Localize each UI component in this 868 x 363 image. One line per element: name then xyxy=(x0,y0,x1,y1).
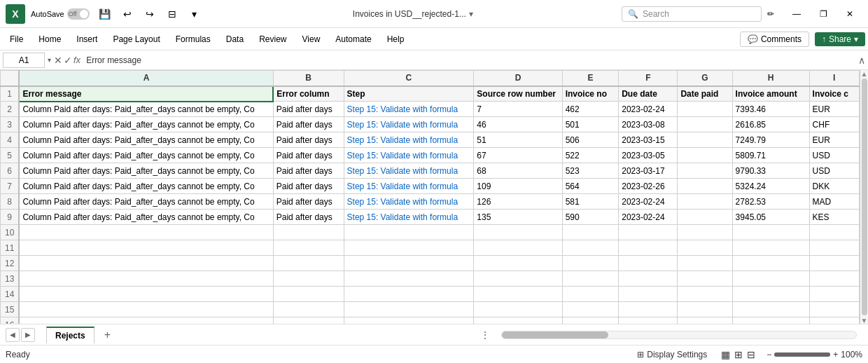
cell-i11[interactable] xyxy=(809,240,859,256)
cell-g8[interactable] xyxy=(678,194,732,210)
cell-e5[interactable]: 522 xyxy=(562,148,619,163)
cell-i7[interactable]: DKK xyxy=(809,179,859,194)
display-settings[interactable]: ⊞ Display Settings xyxy=(637,350,707,359)
cell-e16[interactable] xyxy=(562,317,619,324)
cell-a6[interactable]: Column Paid after days: Paid_after_days … xyxy=(19,163,273,179)
undo-icon[interactable]: ↩ xyxy=(118,4,137,24)
cell-b15[interactable] xyxy=(273,302,344,317)
cell-a13[interactable] xyxy=(19,271,273,287)
cell-h14[interactable] xyxy=(732,287,809,302)
cell-g15[interactable] xyxy=(678,302,732,317)
customize-icon[interactable]: ▾ xyxy=(185,4,204,24)
cell-c16[interactable] xyxy=(344,317,474,324)
autosave-toggle[interactable]: Off xyxy=(67,8,90,20)
cell-h3[interactable]: 2616.85 xyxy=(732,117,809,132)
cell-g1[interactable]: Date paid xyxy=(678,86,732,102)
cell-f7[interactable]: 2023-02-26 xyxy=(619,179,678,194)
scroll-down-button[interactable]: ▼ xyxy=(861,317,868,324)
cell-d8[interactable]: 126 xyxy=(474,194,562,210)
cell-a16[interactable] xyxy=(19,317,273,324)
cell-b9[interactable]: Paid after days xyxy=(273,210,344,225)
cell-b10[interactable] xyxy=(273,225,344,240)
cell-g12[interactable] xyxy=(678,256,732,271)
cell-b3[interactable]: Paid after days xyxy=(273,117,344,132)
cell-f5[interactable]: 2023-03-05 xyxy=(619,148,678,163)
cell-c13[interactable] xyxy=(344,271,474,287)
cell-h10[interactable] xyxy=(732,225,809,240)
formula-expand-icon[interactable]: ∧ xyxy=(858,55,865,66)
cell-e6[interactable]: 523 xyxy=(562,163,619,179)
cell-e15[interactable] xyxy=(562,302,619,317)
search-bar[interactable]: 🔍 Search xyxy=(622,6,762,22)
cell-h2[interactable]: 7393.46 xyxy=(732,102,809,117)
share-button[interactable]: ↑ Share ▾ xyxy=(815,32,865,46)
cell-i4[interactable]: EUR xyxy=(809,132,859,148)
cell-g4[interactable] xyxy=(678,132,732,148)
sheet-scroll-right-button[interactable]: ▶ xyxy=(21,328,35,342)
cell-i8[interactable]: MAD xyxy=(809,194,859,210)
redo-icon[interactable]: ↪ xyxy=(140,4,160,24)
cell-h11[interactable] xyxy=(732,240,809,256)
cell-g13[interactable] xyxy=(678,271,732,287)
maximize-button[interactable]: ❐ xyxy=(811,4,836,24)
cell-b13[interactable] xyxy=(273,271,344,287)
cell-i14[interactable] xyxy=(809,287,859,302)
cell-c11[interactable] xyxy=(344,240,474,256)
menu-review[interactable]: Review xyxy=(252,32,293,47)
cell-b5[interactable]: Paid after days xyxy=(273,148,344,163)
cell-b2[interactable]: Paid after days xyxy=(273,102,344,117)
cell-f12[interactable] xyxy=(619,256,678,271)
cell-a2[interactable]: Column Paid after days: Paid_after_days … xyxy=(19,102,273,117)
cell-h6[interactable]: 9790.33 xyxy=(732,163,809,179)
cell-c6[interactable]: Step 15: Validate with formula xyxy=(344,163,474,179)
cell-i6[interactable]: USD xyxy=(809,163,859,179)
more-options-icon[interactable]: ⋮ xyxy=(480,329,490,341)
file-title-chevron[interactable]: ▾ xyxy=(469,9,473,19)
page-break-view-icon[interactable]: ⊟ xyxy=(747,349,755,360)
cell-h8[interactable]: 2782.53 xyxy=(732,194,809,210)
cell-c10[interactable] xyxy=(344,225,474,240)
cell-g3[interactable] xyxy=(678,117,732,132)
cell-d7[interactable]: 109 xyxy=(474,179,562,194)
table-scroll-area[interactable]: A B C D E F G H I 1 Error message Error … xyxy=(0,70,860,324)
cell-d14[interactable] xyxy=(474,287,562,302)
cell-h7[interactable]: 5324.24 xyxy=(732,179,809,194)
menu-home[interactable]: Home xyxy=(31,32,68,47)
cell-f15[interactable] xyxy=(619,302,678,317)
cell-ref-dropdown-icon[interactable]: ▾ xyxy=(48,56,51,64)
cell-b8[interactable]: Paid after days xyxy=(273,194,344,210)
menu-file[interactable]: File xyxy=(3,32,30,47)
cell-h5[interactable]: 5809.71 xyxy=(732,148,809,163)
col-header-b[interactable]: B xyxy=(273,71,344,86)
cell-b16[interactable] xyxy=(273,317,344,324)
col-header-a[interactable]: A xyxy=(19,71,273,86)
menu-help[interactable]: Help xyxy=(380,32,412,47)
cell-g11[interactable] xyxy=(678,240,732,256)
formula-input[interactable]: Error message xyxy=(83,55,855,65)
col-header-f[interactable]: F xyxy=(619,71,678,86)
cell-d6[interactable]: 68 xyxy=(474,163,562,179)
sheet-scroll-left-button[interactable]: ◀ xyxy=(6,328,20,342)
close-button[interactable]: ✕ xyxy=(837,4,862,24)
cell-b6[interactable]: Paid after days xyxy=(273,163,344,179)
filter-icon[interactable]: ⊟ xyxy=(162,4,182,24)
col-header-c[interactable]: C xyxy=(344,71,474,86)
scroll-thumb[interactable] xyxy=(862,78,867,315)
cell-e9[interactable]: 590 xyxy=(562,210,619,225)
cell-i1[interactable]: Invoice c xyxy=(809,86,859,102)
menu-automate[interactable]: Automate xyxy=(328,32,378,47)
cell-f10[interactable] xyxy=(619,225,678,240)
cell-d11[interactable] xyxy=(474,240,562,256)
cell-b7[interactable]: Paid after days xyxy=(273,179,344,194)
cell-e1[interactable]: Invoice no xyxy=(562,86,619,102)
cell-g14[interactable] xyxy=(678,287,732,302)
cell-h15[interactable] xyxy=(732,302,809,317)
cell-b12[interactable] xyxy=(273,256,344,271)
cell-e14[interactable] xyxy=(562,287,619,302)
cell-c2[interactable]: Step 15: Validate with formula xyxy=(344,102,474,117)
cell-a12[interactable] xyxy=(19,256,273,271)
sheet-tab-rejects[interactable]: Rejects xyxy=(46,327,94,343)
cell-c1[interactable]: Step xyxy=(344,86,474,102)
cell-reference-box[interactable]: A1 xyxy=(3,53,45,68)
cell-a9[interactable]: Column Paid after days: Paid_after_days … xyxy=(19,210,273,225)
